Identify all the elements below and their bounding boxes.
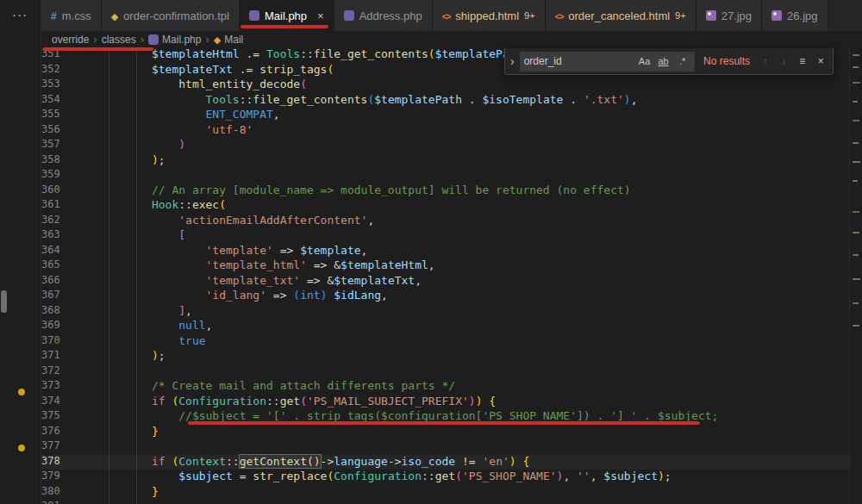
code-row[interactable]: 369 null, — [41, 319, 849, 334]
line-number[interactable]: 375 — [41, 409, 71, 425]
line-number[interactable]: 369 — [41, 319, 71, 334]
minimap-mark — [853, 302, 859, 304]
breadcrumb-item-override[interactable]: override — [52, 34, 89, 46]
code-row[interactable]: 364 'template' => $template, — [41, 244, 849, 259]
code-row[interactable]: 373 /* Create mail and attach differents… — [41, 379, 849, 395]
code-row[interactable]: 357 ) — [41, 138, 849, 153]
code-row[interactable]: 381 — [41, 500, 849, 504]
line-number[interactable]: 367 — [41, 289, 71, 304]
minimap-mark — [853, 142, 859, 144]
code-row[interactable]: 355 ENT_COMPAT, — [41, 108, 849, 123]
line-number[interactable]: 380 — [41, 485, 71, 501]
code-row[interactable]: 366 'template_txt' => &$templateTxt, — [41, 274, 849, 289]
code-line: 'actionEmailAddAfterContent', — [71, 214, 374, 229]
line-number[interactable]: 362 — [41, 214, 71, 229]
tab-27-jpg[interactable]: 27.jpg — [696, 0, 762, 31]
line-number[interactable]: 360 — [41, 184, 71, 199]
close-find-icon[interactable]: × — [815, 55, 828, 67]
line-number[interactable]: 353 — [41, 78, 71, 93]
html-file-icon — [555, 10, 564, 22]
line-number[interactable]: 371 — [41, 349, 71, 364]
code-row[interactable]: 380 } — [41, 485, 849, 501]
code-editor[interactable]: 351 $templateHtml .= Tools::file_get_con… — [41, 47, 849, 504]
breadcrumb-item-classes[interactable]: classes — [102, 34, 136, 46]
code-row[interactable]: 361 Hook::exec( — [41, 198, 849, 214]
code-row[interactable]: 367 'id_lang' => (int) $idLang, — [41, 289, 849, 304]
line-number[interactable]: 361 — [41, 198, 71, 214]
tab-order-canceled-html[interactable]: order_canceled.html 9+ — [546, 0, 696, 31]
next-match-icon[interactable]: ↓ — [778, 55, 790, 67]
match-case-icon[interactable]: Aa — [636, 56, 653, 66]
code-row[interactable]: 360 // An array [module_name => module_o… — [41, 184, 849, 199]
code-row[interactable]: 379 $subject = str_replace(Configuration… — [41, 470, 849, 485]
toggle-replace-icon[interactable]: › — [510, 54, 515, 68]
code-row[interactable]: 356 'utf-8' — [41, 123, 849, 139]
line-number[interactable]: 355 — [41, 108, 71, 123]
tab-m-css[interactable]: m.css — [41, 0, 102, 31]
tab-26-jpg[interactable]: 26.jpg — [762, 0, 828, 31]
line-number[interactable]: 354 — [41, 93, 71, 109]
line-number[interactable]: 364 — [41, 244, 71, 259]
code-line: ENT_COMPAT, — [71, 108, 280, 123]
line-number[interactable]: 379 — [41, 470, 71, 485]
line-number[interactable]: 378 — [41, 455, 71, 470]
breadcrumb-label: override — [52, 34, 89, 46]
line-number[interactable]: 356 — [41, 123, 71, 139]
minimap-mark — [853, 66, 859, 68]
line-number[interactable]: 381 — [41, 500, 71, 504]
code-row[interactable]: 368 ], — [41, 304, 849, 320]
line-number[interactable]: 374 — [41, 395, 71, 410]
code-row[interactable]: 358 ); — [41, 153, 849, 169]
tab-address-php[interactable]: Address.php — [334, 0, 433, 31]
breadcrumb-label: Mail — [224, 34, 243, 46]
code-row[interactable]: 374 if (Configuration::get('PS_MAIL_SUBJ… — [41, 395, 849, 410]
find-input[interactable]: order_id Aa ab .* — [520, 52, 695, 72]
strip-scrollbar-thumb[interactable] — [1, 290, 7, 313]
line-number[interactable]: 363 — [41, 228, 71, 244]
code-row[interactable]: 359 — [41, 168, 849, 184]
line-number[interactable]: 366 — [41, 274, 71, 289]
tab-shipped-html[interactable]: shipped.html 9+ — [433, 0, 546, 31]
more-actions-icon[interactable]: ··· — [12, 7, 28, 22]
line-number[interactable]: 377 — [41, 439, 71, 455]
whole-word-icon[interactable]: ab — [655, 56, 671, 66]
line-number[interactable]: 370 — [41, 334, 71, 350]
code-row[interactable]: 353 html_entity_decode( — [41, 78, 849, 93]
code-row[interactable]: 365 'template_html' => &$templateHtml, — [41, 258, 849, 274]
line-number[interactable]: 357 — [41, 138, 71, 153]
breadcrumb-item-mail-php[interactable]: Mail.php — [148, 34, 201, 46]
line-number[interactable]: 372 — [41, 364, 71, 380]
line-number[interactable]: 365 — [41, 258, 71, 274]
minimap[interactable] — [849, 47, 862, 504]
code-row[interactable]: 363 [ — [41, 228, 849, 244]
code-row[interactable]: 362 'actionEmailAddAfterContent', — [41, 214, 849, 229]
code-row[interactable]: 370 true — [41, 334, 849, 350]
line-number[interactable]: 352 — [41, 63, 71, 78]
previous-match-icon[interactable]: ↑ — [759, 55, 771, 67]
tab-order-confirmation-tpl[interactable]: order-confirmation.tpl — [102, 0, 240, 31]
code-row[interactable]: 354 Tools::file_get_contents($templatePa… — [41, 93, 849, 109]
line-number[interactable]: 358 — [41, 153, 71, 169]
line-number[interactable]: 373 — [41, 379, 71, 395]
html-file-icon — [442, 10, 451, 22]
annotation-underline-comment — [188, 421, 700, 425]
code-row[interactable]: 371 ); — [41, 349, 849, 364]
find-query-text[interactable]: order_id — [524, 55, 634, 67]
code-row[interactable]: 376 } — [41, 425, 849, 440]
code-line: 'id_lang' => (int) $idLang, — [71, 289, 388, 304]
line-number[interactable]: 368 — [41, 304, 71, 320]
code-row[interactable]: 372 — [41, 364, 849, 380]
regex-icon[interactable]: .* — [674, 56, 690, 66]
class-symbol-icon — [214, 34, 221, 45]
find-in-selection-icon[interactable]: ≡ — [796, 55, 809, 67]
code-row[interactable]: 377 — [41, 439, 849, 455]
tab-label: order_canceled.html — [568, 9, 670, 22]
line-number[interactable]: 359 — [41, 168, 71, 184]
tab-label: Address.php — [359, 9, 422, 22]
code-row[interactable]: 378 if (Context::getContext()->language-… — [41, 455, 849, 470]
code-line: $subject = str_replace(Configuration::ge… — [71, 470, 671, 485]
close-tab-icon[interactable]: × — [317, 9, 324, 22]
find-results-status: No results — [703, 55, 750, 67]
line-number[interactable]: 376 — [41, 425, 71, 440]
breadcrumb-item-mail-class[interactable]: Mail — [214, 34, 243, 46]
